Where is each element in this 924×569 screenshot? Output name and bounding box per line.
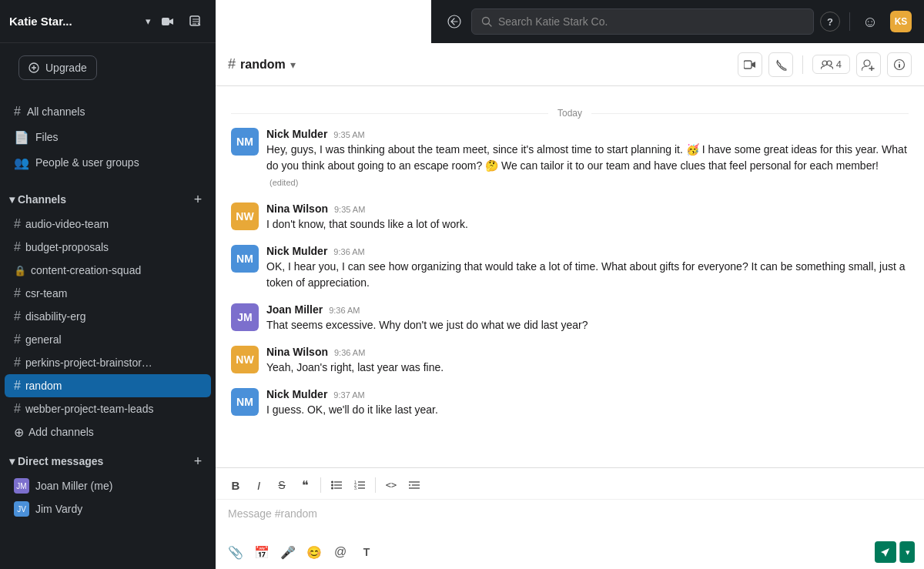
message-text: I don't know, that sounds like a lot of … xyxy=(266,216,909,233)
channel-hash-icon: # xyxy=(228,56,236,72)
avatar: JM xyxy=(14,478,29,494)
blockquote-button[interactable]: ❝ xyxy=(294,474,316,496)
message-content: Nina Wilson 9:36 AM Yeah, Joan's right, … xyxy=(266,346,909,376)
numbered-list-button[interactable]: 1.2.3. xyxy=(349,474,370,496)
text-format-icon[interactable]: T xyxy=(356,541,377,563)
lock-icon: 🔒 xyxy=(14,265,26,276)
avatar: NM xyxy=(231,245,259,273)
message-header: Nick Mulder 9:35 AM xyxy=(266,128,909,140)
italic-button[interactable]: I xyxy=(248,474,270,496)
sidebar-item-files[interactable]: 📄 Files xyxy=(5,125,211,149)
avatar: NW xyxy=(231,346,259,373)
workspace-chevron[interactable]: ▾ xyxy=(146,15,151,27)
indent-button[interactable] xyxy=(403,474,425,496)
message-row: NW Nina Wilson 9:35 AM I don't know, tha… xyxy=(231,202,909,233)
message-text: OK, I hear you, I can see how organizing… xyxy=(266,259,909,291)
message-author: Nina Wilson xyxy=(266,346,328,358)
channel-item-audio-video-team[interactable]: # audio-video-team xyxy=(5,213,211,236)
channel-item-content-creation-squad[interactable]: 🔒 content-creation-squad xyxy=(5,259,211,282)
hash-icon: # xyxy=(14,240,21,254)
phone-call-icon[interactable] xyxy=(768,52,793,77)
message-header: Nick Mulder 9:36 AM xyxy=(266,245,909,257)
bullet-list-button[interactable] xyxy=(326,474,347,496)
channel-title-area: # random ▾ xyxy=(228,56,738,72)
chevron-down-icon: ▾ xyxy=(9,193,15,206)
message-text: I guess. OK, we'll do it like last year. xyxy=(266,402,909,418)
message-edited: (edited) xyxy=(270,178,298,187)
message-content: Nina Wilson 9:35 AM I don't know, that s… xyxy=(266,202,909,233)
info-icon[interactable] xyxy=(887,52,912,77)
message-text: That seems excessive. Why don't we just … xyxy=(266,317,909,333)
dm-item-joan-miller[interactable]: JM Joan Miller (me) xyxy=(5,474,211,497)
message-content: Nick Mulder 9:35 AM Hey, guys, I was thi… xyxy=(266,128,909,190)
member-count: 4 xyxy=(836,59,842,70)
search-bar[interactable] xyxy=(471,8,814,35)
sidebar-nav: # All channels 📄 Files 👥 People & user g… xyxy=(0,92,216,182)
message-time: 9:36 AM xyxy=(333,247,364,256)
people-icon: 👥 xyxy=(14,156,29,170)
message-content: Nick Mulder 9:37 AM I guess. OK, we'll d… xyxy=(266,388,909,418)
channels-section-title[interactable]: ▾ Channels xyxy=(9,193,66,206)
toolbar-separator xyxy=(375,477,376,493)
microphone-icon[interactable]: 🎤 xyxy=(277,541,299,563)
channel-item-general[interactable]: # general xyxy=(5,328,211,351)
dm-section-title[interactable]: ▾ Direct messages xyxy=(9,455,103,467)
message-row: NM Nick Mulder 9:37 AM I guess. OK, we'l… xyxy=(231,388,909,418)
emoji-icon[interactable]: ☺ xyxy=(859,11,881,32)
hash-icon: # xyxy=(14,217,21,231)
upgrade-button[interactable]: Upgrade xyxy=(18,55,97,80)
bold-button[interactable]: B xyxy=(225,474,246,496)
members-button[interactable]: 4 xyxy=(812,55,850,74)
add-channel-icon[interactable]: + xyxy=(189,191,206,208)
topbar-divider xyxy=(849,12,850,31)
message-row: NM Nick Mulder 9:35 AM Hey, guys, I was … xyxy=(231,128,909,190)
sidebar-item-label: Files xyxy=(35,131,59,143)
upgrade-label: Upgrade xyxy=(45,62,87,74)
compose-icon[interactable] xyxy=(185,11,206,32)
add-channel-button[interactable]: ⊕ Add channels xyxy=(5,420,211,443)
message-author: Joan Miller xyxy=(266,303,323,316)
message-content: Joan Miller 9:36 AM That seems excessive… xyxy=(266,303,909,333)
add-dm-icon[interactable]: + xyxy=(189,453,206,470)
message-author: Nick Mulder xyxy=(266,128,327,140)
attachment-icon[interactable]: 📎 xyxy=(225,541,246,563)
mention-icon[interactable]: @ xyxy=(330,541,351,563)
topbar: ? ☺ KS xyxy=(431,0,924,43)
dm-item-jim-vardy[interactable]: JV Jim Vardy xyxy=(5,497,211,520)
sidebar-item-all-channels[interactable]: # All channels xyxy=(5,99,211,124)
emoji-picker-icon[interactable]: 😊 xyxy=(303,541,325,563)
sidebar-header-icons xyxy=(157,11,206,32)
channel-item-random[interactable]: # random xyxy=(5,374,211,397)
video-call-icon[interactable] xyxy=(738,52,762,77)
code-button[interactable]: <> xyxy=(380,474,402,496)
channel-item-csr-team[interactable]: # csr-team xyxy=(5,282,211,305)
sidebar-item-people[interactable]: 👥 People & user groups xyxy=(5,150,211,175)
send-options-icon[interactable]: ▾ xyxy=(899,541,915,563)
send-button[interactable] xyxy=(875,541,896,563)
channel-item-webber-project[interactable]: # webber-project-team-leads xyxy=(5,397,211,420)
plus-icon: ⊕ xyxy=(14,425,24,440)
calendar-icon[interactable]: 📅 xyxy=(251,541,273,563)
history-back-icon[interactable] xyxy=(444,11,465,32)
strikethrough-button[interactable]: S xyxy=(271,474,293,496)
message-input[interactable]: Message #random xyxy=(216,500,924,538)
message-time: 9:35 AM xyxy=(334,205,365,214)
svg-rect-6 xyxy=(744,61,752,69)
header-divider xyxy=(802,55,803,74)
workspace-name[interactable]: Katie Star... xyxy=(9,15,146,28)
channel-chevron-icon[interactable]: ▾ xyxy=(290,59,296,71)
help-icon[interactable]: ? xyxy=(820,12,840,32)
message-time: 9:36 AM xyxy=(334,348,365,357)
video-icon[interactable] xyxy=(157,11,179,32)
search-input[interactable] xyxy=(498,15,804,28)
sidebar-content: Upgrade # All channels 📄 Files 👥 People … xyxy=(0,43,216,569)
add-member-icon[interactable] xyxy=(856,52,881,77)
hash-icon: # xyxy=(14,286,21,300)
message-header: Nina Wilson 9:35 AM xyxy=(266,202,909,215)
hash-icon: # xyxy=(14,356,21,370)
channel-item-budget-proposals[interactable]: # budget-proposals xyxy=(5,236,211,259)
user-avatar[interactable]: KS xyxy=(890,11,912,32)
dm-section: ▾ Direct messages + JM Joan Miller (me) … xyxy=(0,450,216,520)
channel-item-perkins-project[interactable]: # perkins-project-brainstor… xyxy=(5,351,211,374)
channel-item-disability-erg[interactable]: # disability-erg xyxy=(5,305,211,328)
